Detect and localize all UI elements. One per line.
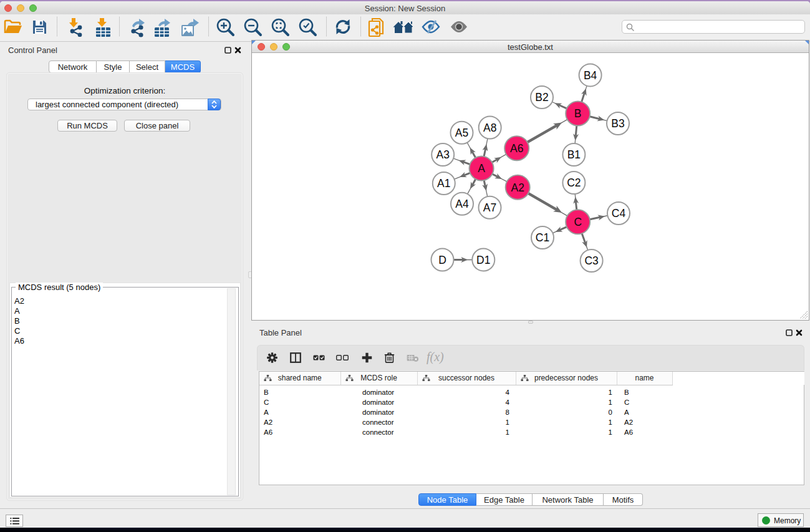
svg-text:B: B (574, 107, 582, 120)
svg-text:C1: C1 (536, 231, 549, 244)
svg-text:B2: B2 (535, 91, 548, 104)
svg-text:A6: A6 (510, 142, 523, 155)
svg-text:C: C (574, 216, 582, 228)
svg-text:B3: B3 (611, 117, 624, 130)
svg-text:A3: A3 (436, 148, 449, 161)
svg-text:A4: A4 (455, 198, 469, 210)
svg-text:A8: A8 (483, 122, 496, 134)
svg-text:D1: D1 (476, 254, 490, 266)
svg-text:A2: A2 (511, 181, 524, 194)
svg-text:C3: C3 (584, 254, 598, 267)
svg-text:B1: B1 (567, 148, 581, 161)
svg-text:C4: C4 (612, 207, 626, 220)
svg-text:A: A (478, 162, 485, 175)
svg-text:A1: A1 (437, 177, 450, 190)
svg-text:B4: B4 (584, 69, 597, 82)
svg-text:A5: A5 (455, 127, 468, 139)
svg-text:C2: C2 (567, 177, 581, 189)
svg-text:D: D (438, 254, 446, 266)
svg-text:A7: A7 (483, 201, 496, 214)
